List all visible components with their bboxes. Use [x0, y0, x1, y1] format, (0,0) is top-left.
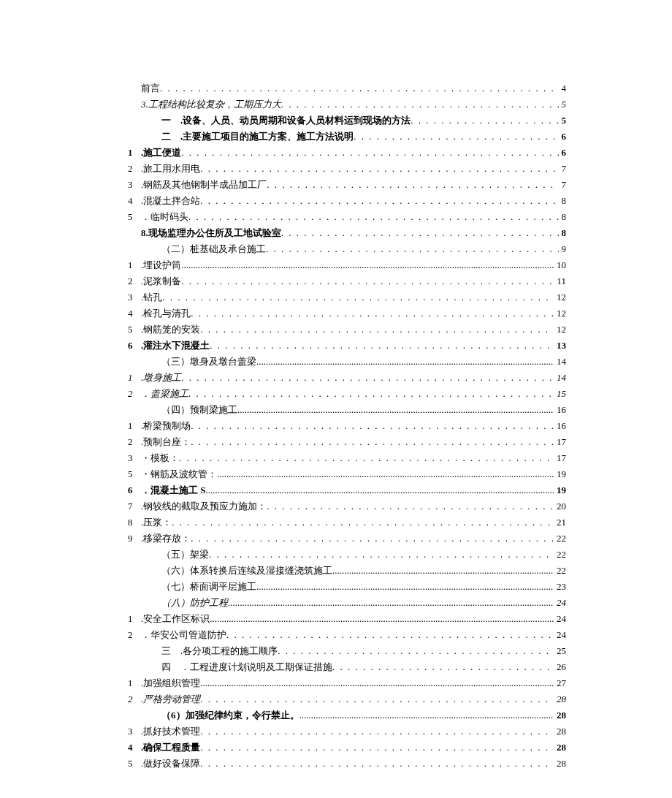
toc-text: .灌注水下混凝土 [141, 338, 210, 354]
toc-page-number: 22 [554, 563, 566, 579]
toc-number: 3 [128, 289, 141, 305]
toc-page-number: 8 [559, 225, 567, 241]
toc-entry: 5・钢筋及波纹管：19 [128, 466, 566, 482]
toc-leader-dots [411, 113, 558, 129]
toc-entry: 四 ．工程进度计划说明及工期保证措施26 [128, 659, 566, 675]
toc-number: 6 [128, 482, 141, 498]
toc-leader-dots [278, 643, 554, 659]
toc-number: 8 [128, 514, 141, 531]
toc-number: 3 [128, 723, 141, 740]
toc-number: 4 [128, 305, 141, 322]
toc-page-number: 12 [554, 289, 566, 305]
toc-text: ・钢筋及波纹管： [141, 466, 217, 482]
toc-leader-dots [332, 659, 554, 675]
toc-number: 2 [128, 386, 141, 402]
toc-page-number: 22 [554, 531, 566, 547]
toc-leader-dots [181, 370, 554, 386]
toc-entry: 5.钢筋笼的安装12 [128, 322, 566, 338]
toc-entry: 1.施工便道6 [128, 145, 566, 161]
toc-leader-dots [354, 129, 558, 145]
toc-text: .安全工作区标识 [141, 611, 210, 627]
toc-list: 前言43.工程结构比较复杂，工期压力大5一 .设备、人员、动员周期和设备人员材料… [128, 80, 566, 772]
toc-entry: （六）体系转换后连续及湿接缝浇筑施工22 [128, 563, 566, 579]
toc-entry: 2.泥浆制备11 [128, 273, 566, 289]
toc-number: 5 [128, 209, 141, 225]
toc-text: .桥梁预制场 [141, 418, 191, 434]
toc-text: （四）预制梁施工 [161, 402, 237, 418]
toc-text: .做好设备保障 [141, 756, 200, 772]
toc-number: 1 [128, 145, 141, 161]
toc-entry: 二 .主要施工项目的施工方案、施工方法说明6 [128, 129, 566, 145]
toc-page-number: 5 [559, 113, 567, 129]
toc-entry: 3.工程结构比较复杂，工期压力大5 [128, 96, 566, 113]
toc-leader-dots [191, 305, 554, 322]
toc-text: （七）桥面调平层施工 [161, 579, 256, 595]
toc-page-number: 7 [559, 177, 567, 193]
toc-entry: 6．混凝土施工 S19 [128, 482, 566, 498]
toc-page-number: 24 [554, 611, 566, 627]
toc-text: .钢筋笼的安装 [141, 322, 200, 338]
toc-entry: 3.抓好技术管理28 [128, 723, 566, 740]
toc-leader-dots [299, 707, 554, 723]
toc-text: ．华安公司管道防护 [141, 627, 226, 643]
toc-leader-dots [210, 338, 554, 354]
toc-leader-dots [210, 611, 554, 627]
toc-text: .混凝土拌合站 [141, 193, 200, 209]
toc-text: .施工便道 [141, 145, 181, 161]
toc-number: 2 [128, 273, 141, 289]
toc-page-number: 21 [554, 514, 566, 531]
toc-number: 5 [128, 756, 141, 772]
toc-page-number: 20 [554, 498, 566, 514]
toc-leader-dots [200, 740, 554, 756]
toc-leader-dots [188, 209, 559, 225]
toc-page-number: 6 [559, 145, 567, 161]
toc-page-number: 14 [554, 370, 566, 386]
toc-entry: （二）桩基础及承台施工9 [128, 241, 566, 257]
toc-page-number: 19 [554, 466, 566, 482]
toc-leader-dots [281, 225, 559, 241]
toc-leader-dots [181, 273, 554, 289]
toc-text: 一 .设备、人员、动员周期和设备人员材料运到现场的方法 [161, 113, 411, 129]
toc-text: .检孔与清孔 [141, 305, 191, 322]
toc-entry: 1.安全工作区标识24 [128, 611, 566, 627]
toc-text: （6）加强纪律约束，令行禁止。 [161, 707, 299, 723]
toc-page-number: 24 [554, 627, 566, 643]
toc-page-number: 24 [554, 595, 566, 611]
toc-entry: 2．华安公司管道防护24 [128, 627, 566, 643]
toc-number: 1 [128, 675, 141, 691]
toc-entry: 8.压浆：21 [128, 514, 566, 531]
toc-entry: 4.混凝土拌合站8 [128, 193, 566, 209]
toc-page-number: 8 [559, 209, 567, 225]
toc-entry: （五）架梁22 [128, 547, 566, 563]
toc-number: 2 [128, 691, 141, 707]
toc-text: .预制台座： [141, 434, 191, 450]
toc-text: 3.工程结构比较复杂，工期压力大 [141, 96, 281, 113]
toc-text: .墩身施工 [141, 370, 181, 386]
toc-page-number: 10 [554, 257, 566, 273]
toc-page-number: 28 [554, 691, 566, 707]
toc-leader-dots [200, 161, 558, 177]
toc-page-number: 12 [554, 305, 566, 322]
toc-text: 四 ．工程进度计划说明及工期保证措施 [161, 659, 332, 675]
toc-entry: 2．盖梁施工15 [128, 386, 566, 402]
toc-leader-dots [256, 354, 554, 370]
toc-text: 三 .各分项工程的施工顺序 [161, 643, 278, 659]
toc-number: 2 [128, 161, 141, 177]
toc-entry: 1.加强组织管理27 [128, 675, 566, 691]
toc-page-number: 7 [559, 161, 567, 177]
toc-text: （二）桩基础及承台施工 [161, 241, 266, 257]
toc-entry: 6.灌注水下混凝土13 [128, 338, 566, 354]
toc-page-number: 16 [554, 402, 566, 418]
toc-leader-dots [217, 466, 554, 482]
toc-page-number: 9 [559, 241, 567, 257]
toc-text: （五）架梁 [161, 547, 209, 563]
toc-entry: 5.做好设备保障28 [128, 756, 566, 772]
toc-entry: （七）桥面调平层施工23 [128, 579, 566, 595]
toc-number: 7 [128, 498, 141, 514]
toc-leader-dots [188, 386, 554, 402]
toc-text: .确保工程质量 [141, 740, 200, 756]
toc-entry: （6）加强纪律约束，令行禁止。28 [128, 707, 566, 723]
toc-text: .严格劳动管理 [141, 691, 200, 707]
toc-page-number: 12 [554, 322, 566, 338]
toc-leader-dots [266, 241, 559, 257]
